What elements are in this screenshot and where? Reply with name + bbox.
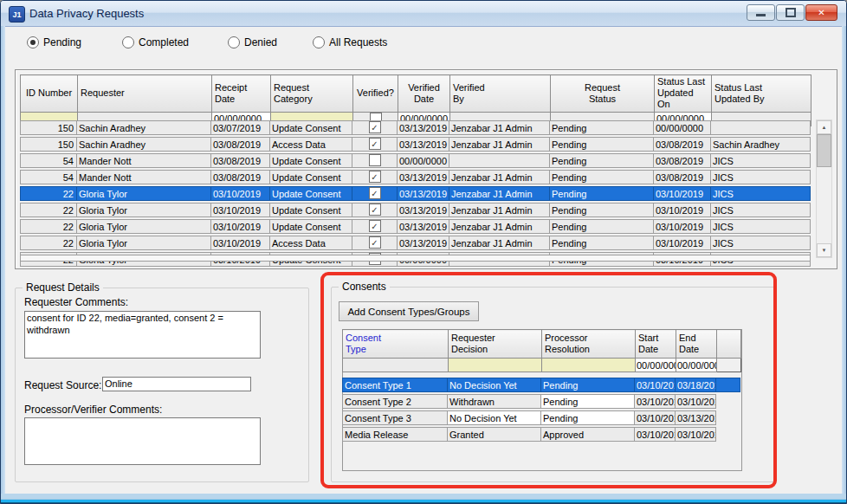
- cell-verified-date[interactable]: 03/13/2019: [398, 203, 449, 217]
- cell-verified-by[interactable]: Jenzabar J1 Admin: [449, 120, 550, 135]
- col-header-start-date[interactable]: Start Date: [636, 330, 676, 359]
- cell-verified[interactable]: ✓: [352, 203, 398, 217]
- cell-updated-on[interactable]: 03/10/2019: [654, 203, 711, 217]
- cell-id[interactable]: 150: [20, 137, 77, 152]
- request-row[interactable]: 150Sachin Aradhey03/07/2019Update Consen…: [20, 120, 811, 135]
- cell-end[interactable]: 03/18/201: [676, 378, 716, 392]
- cell-id[interactable]: 54: [20, 153, 77, 168]
- cell-category[interactable]: Update Consent: [270, 219, 352, 234]
- col-header-requester[interactable]: Requester: [78, 75, 212, 113]
- vertical-scrollbar[interactable]: ▲ ▼: [816, 120, 832, 258]
- col-header-consent-type[interactable]: Consent Type: [343, 330, 449, 359]
- cell-category[interactable]: Update Consent: [270, 170, 352, 184]
- request-row[interactable]: 54Mander Nott03/08/2019Update Consent00/…: [20, 153, 811, 168]
- cell-status[interactable]: Pending: [550, 153, 654, 168]
- col-header-request-category[interactable]: Request Category: [271, 75, 353, 113]
- minimize-button[interactable]: [747, 4, 775, 21]
- cell-updated-on[interactable]: 03/10/2019: [654, 219, 711, 234]
- cell-category[interactable]: Access Data: [270, 137, 352, 152]
- verified-checkbox[interactable]: ✓: [369, 171, 381, 183]
- cell-resolution[interactable]: Pending: [541, 410, 635, 425]
- cell-end[interactable]: 03/13/201: [676, 410, 716, 425]
- cell-updated-by[interactable]: JICS: [711, 170, 811, 184]
- col-header-status-last-updated-on[interactable]: Status Last Updated On: [655, 75, 712, 113]
- verified-checkbox[interactable]: ✓: [369, 236, 381, 249]
- cell-start[interactable]: 03/10/201: [635, 394, 676, 409]
- processor-verifier-comments-textarea[interactable]: [24, 417, 261, 465]
- radio-circle[interactable]: [228, 36, 240, 48]
- cell-requester[interactable]: Sachin Aradhey: [77, 120, 211, 135]
- col-header-verified[interactable]: Verified?: [353, 75, 398, 113]
- col-header-verified-date[interactable]: Verified Date: [398, 75, 450, 113]
- cell-updated-on[interactable]: 03/08/2019: [654, 137, 711, 152]
- cell-start[interactable]: 03/10/201: [635, 410, 676, 425]
- cell-updated-by[interactable]: JICS: [711, 219, 811, 234]
- cell-type[interactable]: Consent Type 3: [342, 410, 448, 425]
- col-header-status-last-updated-by[interactable]: Status Last Updated By: [712, 75, 811, 113]
- cell-status[interactable]: Pending: [550, 120, 654, 135]
- cell-verified-by[interactable]: Jenzabar J1 Admin: [449, 137, 550, 152]
- request-row[interactable]: 54Mander Nott03/08/2019Update Consent✓03…: [20, 170, 811, 184]
- verified-checkbox[interactable]: [369, 154, 381, 166]
- cell-category[interactable]: Update Consent: [270, 120, 352, 135]
- cell-receipt[interactable]: 03/10/2019: [211, 186, 270, 201]
- filter-start-date[interactable]: 00/00/000: [636, 359, 676, 372]
- cell-verified[interactable]: [352, 153, 398, 168]
- scrollbar-track[interactable]: [817, 167, 831, 243]
- verified-checkbox[interactable]: ✓: [369, 187, 381, 199]
- cell-updated-on[interactable]: 03/10/2019: [654, 236, 711, 250]
- cell-resolution[interactable]: Pending: [541, 378, 635, 392]
- cell-id[interactable]: 54: [20, 170, 77, 184]
- request-row[interactable]: 150Sachin Aradhey03/08/2019Access Data✓0…: [20, 137, 811, 152]
- cell-decision[interactable]: No Decision Yet: [448, 410, 541, 425]
- verified-checkbox[interactable]: ✓: [369, 204, 381, 216]
- filter-consent-type[interactable]: [343, 359, 449, 372]
- cell-updated-by[interactable]: JICS: [711, 203, 811, 217]
- request-row[interactable]: 22Gloria Tylor03/10/2019Update Consent✓0…: [20, 203, 811, 217]
- scroll-down-button[interactable]: ▼: [817, 243, 831, 257]
- cell-updated-by[interactable]: JICS: [711, 153, 811, 168]
- cell-receipt[interactable]: 03/07/2019: [211, 120, 270, 135]
- cell-status[interactable]: Pending: [550, 203, 654, 217]
- cell-type[interactable]: Consent Type 2: [342, 394, 448, 409]
- cell-verified-date[interactable]: 03/13/2019: [398, 120, 449, 135]
- cell-decision[interactable]: No Decision Yet: [448, 378, 541, 392]
- cell-verified-by[interactable]: [449, 153, 550, 168]
- cell-category[interactable]: Update Consent: [270, 203, 352, 217]
- cell-verified[interactable]: ✓: [352, 186, 398, 201]
- cell-verified-by[interactable]: Jenzabar J1 Admin: [449, 219, 550, 234]
- filter-end-date[interactable]: 00/00/000: [676, 359, 717, 372]
- cell-updated-by[interactable]: Sachin Aradhey: [711, 137, 811, 152]
- verified-checkbox[interactable]: ✓: [369, 138, 381, 150]
- cell-requester[interactable]: Gloria Tylor: [77, 236, 211, 250]
- cell-verified[interactable]: ✓: [352, 219, 398, 234]
- cell-requester[interactable]: Gloria Tylor: [77, 186, 211, 201]
- title-bar[interactable]: J1 Data Privacy Requests ✕: [1, 1, 846, 27]
- consent-row[interactable]: Consent Type 3No Decision YetPending03/1…: [342, 410, 740, 425]
- consent-row[interactable]: Media ReleaseGrantedApproved03/10/20103/…: [342, 427, 740, 442]
- col-header-request-status[interactable]: Request Status: [551, 75, 655, 113]
- cell-id[interactable]: 22: [20, 203, 77, 217]
- scrollbar-thumb[interactable]: [817, 134, 831, 167]
- add-consent-types-groups-button[interactable]: Add Consent Types/Groups: [339, 301, 479, 321]
- cell-requester[interactable]: Gloria Tylor: [77, 219, 211, 234]
- cell-verified-by[interactable]: Jenzabar J1 Admin: [449, 186, 550, 201]
- radio-denied[interactable]: Denied: [228, 36, 277, 48]
- radio-circle[interactable]: [313, 36, 325, 48]
- col-header-processor-resolution[interactable]: Processor Resolution: [542, 330, 636, 359]
- cell-end[interactable]: 03/10/201: [676, 394, 716, 409]
- request-row[interactable]: 22Gloria Tylor03/10/2019Update Consent✓0…: [20, 186, 811, 201]
- cell-verified-date[interactable]: 00/00/0000: [398, 153, 449, 168]
- cell-id[interactable]: 22: [20, 219, 77, 234]
- cell-requester[interactable]: Sachin Aradhey: [77, 137, 211, 152]
- cell-status[interactable]: Pending: [550, 236, 654, 250]
- cell-updated-on[interactable]: 00/00/0000: [654, 120, 711, 135]
- maximize-button[interactable]: [776, 4, 805, 21]
- consent-row[interactable]: Consent Type 2WithdrawnPending03/10/2010…: [342, 394, 740, 409]
- cell-requester[interactable]: Gloria Tylor: [77, 203, 211, 217]
- cell-receipt[interactable]: 03/10/2019: [211, 236, 270, 250]
- col-header-receipt-date[interactable]: Receipt Date: [212, 75, 271, 113]
- filter-processor-resolution[interactable]: [542, 359, 636, 372]
- cell-receipt[interactable]: 03/10/2019: [211, 219, 270, 234]
- cell-verified[interactable]: ✓: [352, 120, 398, 135]
